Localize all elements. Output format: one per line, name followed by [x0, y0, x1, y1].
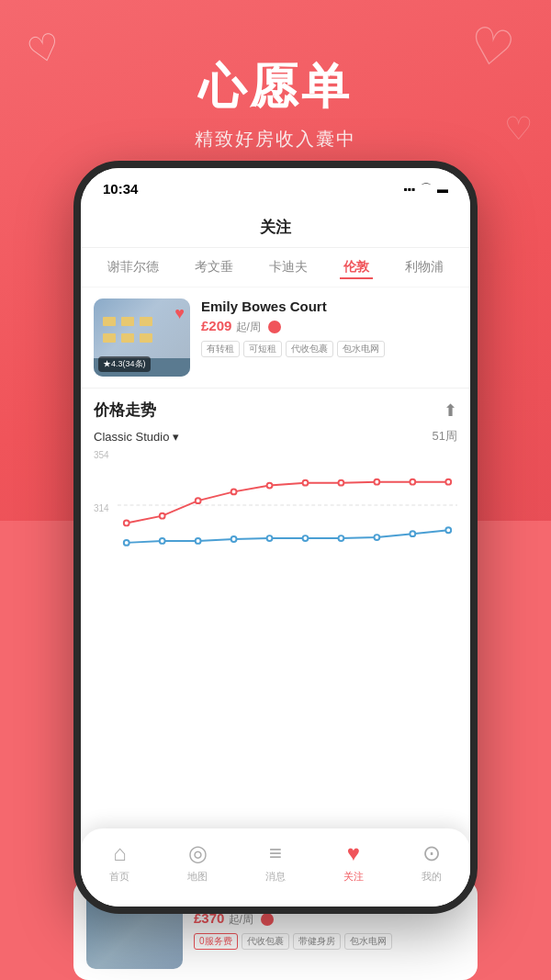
message-icon: ≡: [269, 840, 282, 866]
share-icon[interactable]: ⬆: [444, 400, 457, 421]
tag-mail-2: 代收包裹: [242, 933, 289, 950]
property-tags-2: 0服务费 代收包裹 带健身房 包水电网: [194, 933, 465, 950]
price-unit-2: 起/周: [229, 913, 253, 926]
tab-london[interactable]: 伦敦: [340, 257, 373, 279]
chart-container: 354 314: [94, 450, 457, 569]
svg-point-17: [339, 535, 344, 541]
svg-point-14: [231, 536, 237, 542]
app-content: 关注 谢菲尔德 考文垂 卡迪夫 伦敦 利物浦: [81, 209, 470, 907]
city-tabs[interactable]: 谢菲尔德 考文垂 卡迪夫 伦敦 利物浦: [81, 248, 470, 287]
wifi-icon: ⌒: [421, 181, 432, 197]
tab-cardiff[interactable]: 卡迪夫: [265, 257, 311, 279]
nav-home-label: 首页: [109, 870, 129, 884]
bottom-nav[interactable]: ⌂ 首页 ◎ 地图 ≡ 消息 ♥ 关注 ⊙ 我的: [81, 828, 470, 907]
svg-point-9: [410, 479, 415, 485]
svg-point-4: [231, 489, 237, 494]
property-image-1: ★4.3(34条) ♥: [94, 299, 190, 377]
hero-main-title: 心愿单: [0, 55, 551, 119]
phone-frame: 10:34 ▪▪▪ ⌒ ▬ 关注 谢菲尔德 考文垂 卡迪夫 伦敦 利物浦: [73, 161, 478, 914]
phone-time: 10:34: [103, 181, 138, 197]
nav-favorites-label: 关注: [343, 870, 364, 884]
svg-point-7: [339, 480, 344, 486]
tab-liverpool[interactable]: 利物浦: [401, 257, 447, 279]
window: [103, 317, 116, 326]
map-icon: ◎: [188, 840, 208, 866]
status-bar: 10:34 ▪▪▪ ⌒ ▬: [81, 168, 470, 209]
svg-point-20: [445, 527, 451, 533]
tag-sublease: 有转租: [201, 341, 240, 357]
header-title: 关注: [260, 219, 291, 236]
tag-gym: 带健身房: [293, 933, 341, 950]
heart-nav-icon: ♥: [347, 840, 360, 866]
window: [121, 333, 134, 343]
svg-point-10: [445, 479, 451, 485]
favorite-icon[interactable]: ♥: [174, 304, 185, 323]
status-icons: ▪▪▪ ⌒ ▬: [403, 181, 448, 197]
svg-point-15: [267, 535, 273, 541]
window: [103, 333, 116, 343]
svg-point-19: [410, 531, 415, 536]
price-unit: 起/周: [236, 321, 261, 333]
svg-point-16: [303, 535, 309, 541]
window: [121, 317, 134, 326]
svg-point-5: [267, 483, 273, 489]
nav-profile-label: 我的: [422, 870, 442, 884]
nav-favorites[interactable]: ♥ 关注: [314, 840, 392, 884]
svg-point-2: [160, 513, 165, 519]
person-icon: ⊙: [422, 840, 441, 866]
tag-utilities-2: 包水电网: [344, 933, 392, 950]
property-price-1: £209 起/周: [201, 318, 457, 335]
svg-point-8: [374, 479, 379, 485]
svg-point-11: [124, 540, 129, 546]
tag-no-fee: 0服务费: [194, 933, 238, 950]
window: [140, 317, 152, 326]
app-header: 关注: [81, 209, 470, 248]
chart-title: 价格走势: [94, 400, 156, 421]
tag-utilities: 包水电网: [337, 341, 385, 357]
nav-map-label: 地图: [187, 870, 208, 884]
svg-point-1: [124, 521, 129, 526]
verified-icon-2: [261, 913, 274, 926]
rating-badge: ★4.3(34条): [98, 356, 151, 372]
property-card-1[interactable]: ★4.3(34条) ♥ Emily Bowes Court £209 起/周 有…: [81, 287, 470, 389]
battery-icon: ▬: [437, 183, 448, 196]
property-name-1: Emily Bowes Court: [201, 299, 457, 314]
signal-icon: ▪▪▪: [403, 183, 415, 196]
tag-short: 可短租: [243, 341, 282, 357]
chart-type-selector[interactable]: Classic Studio ▾: [94, 430, 179, 444]
y-label-top: 354: [94, 450, 109, 460]
tab-sheffield[interactable]: 谢菲尔德: [104, 257, 163, 279]
chart-weeks: 51周: [433, 428, 457, 445]
price-chart: [118, 450, 457, 560]
nav-map[interactable]: ◎ 地图: [159, 840, 237, 884]
home-icon: ⌂: [113, 840, 127, 866]
tag-mail: 代收包裹: [286, 341, 333, 357]
nav-home[interactable]: ⌂ 首页: [81, 840, 159, 884]
verified-icon: [268, 321, 281, 333]
property-tags-1: 有转租 可短租 代收包裹 包水电网: [201, 341, 457, 357]
property-info-1: Emily Bowes Court £209 起/周 有转租 可短租 代收包裹 …: [201, 299, 457, 377]
nav-messages[interactable]: ≡ 消息: [237, 840, 315, 884]
dropdown-arrow[interactable]: ▾: [173, 430, 179, 444]
svg-point-13: [196, 538, 201, 544]
nav-messages-label: 消息: [265, 870, 286, 884]
y-label-bottom: 314: [94, 503, 109, 513]
window: [140, 333, 152, 343]
nav-profile[interactable]: ⊙ 我的: [392, 840, 470, 884]
svg-point-18: [374, 535, 379, 540]
svg-point-3: [196, 498, 201, 503]
hero-sub-title: 精致好房收入囊中: [0, 127, 551, 152]
chart-type-label: Classic Studio: [94, 430, 169, 444]
price-amount: £209: [201, 318, 231, 333]
tab-coventry[interactable]: 考文垂: [191, 257, 237, 279]
chart-sub-header: Classic Studio ▾ 51周: [94, 428, 457, 445]
svg-point-6: [303, 480, 309, 486]
svg-point-12: [160, 538, 165, 544]
chart-header: 价格走势 ⬆: [94, 400, 457, 421]
hero-section: 心愿单 精致好房收入囊中: [0, 55, 551, 152]
